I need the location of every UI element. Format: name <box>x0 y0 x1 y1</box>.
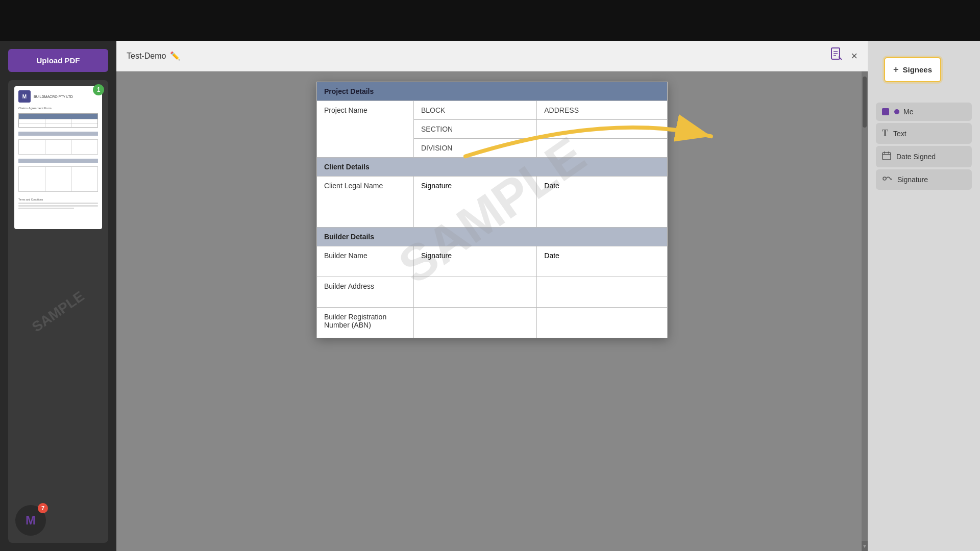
toolbar-right: × <box>830 47 857 65</box>
me-square-icon <box>882 108 889 115</box>
builder-row: Builder Name Signature Date <box>317 246 668 277</box>
main-area: Upload PDF 1 M BUILDMACRO PTY LTD Claims… <box>0 41 980 551</box>
project-details-header-row: Project Details <box>317 82 668 101</box>
client-legal-name-label: Client Legal Name <box>317 177 414 228</box>
svg-point-9 <box>883 177 886 180</box>
signature-label: Signature <box>897 176 928 184</box>
sidebar-item-signature[interactable]: Signature <box>876 169 972 190</box>
client-row: Client Legal Name Signature Date <box>317 177 668 228</box>
thumbnail-page: M BUILDMACRO PTY LTD Claims Agreement Fo… <box>14 86 102 229</box>
document-icon[interactable] <box>830 47 843 65</box>
builder-details-header-row: Builder Details <box>317 228 668 246</box>
project-name: Test-Demo ✏️ <box>127 51 180 61</box>
sidebar-item-text[interactable]: T Text <box>876 123 972 144</box>
builder-abn-sig-cell <box>414 308 537 338</box>
thumbnail-container: 1 M BUILDMACRO PTY LTD Claims Agreement … <box>8 80 108 543</box>
block-value: BLOCK <box>414 101 537 120</box>
scrollbar-thumb[interactable] <box>863 77 867 128</box>
thumb-header: M BUILDMACRO PTY LTD <box>18 90 98 103</box>
builder-address-label: Builder Address <box>317 277 414 308</box>
address-value: ADDRESS <box>537 101 668 120</box>
scroll-down-indicator[interactable]: ▼ <box>862 541 868 551</box>
builder-abn-date-cell <box>537 308 668 338</box>
me-label-group: Me <box>894 108 913 116</box>
builder-abn-row: Builder Registration Number (ABN) <box>317 308 668 338</box>
sidebar-item-me[interactable]: Me <box>876 103 972 121</box>
bottom-avatar[interactable]: M 7 <box>15 505 46 536</box>
sidebar-item-date-signed[interactable]: Date Signed <box>876 146 972 167</box>
project-details-header: Project Details <box>317 82 668 101</box>
client-signature-cell: Signature <box>414 177 537 228</box>
thumbnail-watermark: SAMPLE <box>29 288 87 335</box>
me-label: Me <box>903 108 913 116</box>
avatar-circle: M 7 <box>15 505 46 536</box>
signature-icon <box>882 174 892 185</box>
signees-plus-icon: + <box>893 64 899 75</box>
builder-address-date-cell <box>537 277 668 308</box>
upload-pdf-button[interactable]: Upload PDF <box>8 49 108 72</box>
builder-signature-cell: Signature <box>414 246 537 277</box>
document-table: Project Details Project Name BLOCK ADDRE… <box>316 82 668 338</box>
scrollbar-track[interactable]: ▼ <box>862 71 868 551</box>
left-sidebar: Upload PDF 1 M BUILDMACRO PTY LTD Claims… <box>0 41 116 551</box>
project-name-row: Project Name BLOCK ADDRESS <box>317 101 668 120</box>
text-label: Text <box>893 130 906 138</box>
thumb-title: Claims Agreement Form <box>18 107 98 110</box>
svg-rect-5 <box>883 153 891 160</box>
address-cell-3 <box>537 139 668 158</box>
thumb-company: BUILDMACRO PTY LTD <box>34 95 73 98</box>
right-sidebar-top: + Signees <box>868 41 980 98</box>
toolbar-area: Test-Demo ✏️ × <box>116 41 868 71</box>
close-button[interactable]: × <box>851 49 857 63</box>
section-value: SECTION <box>414 120 537 139</box>
center-area: Test-Demo ✏️ × SAM <box>116 41 868 551</box>
right-sidebar: + Signees Me T Text <box>868 41 980 551</box>
avatar-letter: M <box>26 513 36 528</box>
client-date-cell: Date <box>537 177 668 228</box>
project-name-text: Test-Demo <box>127 52 166 61</box>
thumbnail-badge: 1 <box>93 84 104 95</box>
calendar-icon <box>882 151 891 162</box>
date-signed-label: Date Signed <box>896 153 936 161</box>
builder-name-label: Builder Name <box>317 246 414 277</box>
project-name-label: Project Name <box>317 101 414 158</box>
builder-address-sig-cell <box>414 277 537 308</box>
pdf-viewer[interactable]: SAMPLE Project Details Project Name BLOC… <box>116 71 868 551</box>
division-value: DIVISION <box>414 139 537 158</box>
avatar-notification-badge: 7 <box>38 503 48 513</box>
builder-details-header: Builder Details <box>317 228 668 246</box>
client-details-header: Client Details <box>317 158 668 177</box>
signees-button[interactable]: + Signees <box>884 57 941 82</box>
pdf-page: SAMPLE Project Details Project Name BLOC… <box>316 82 668 338</box>
sidebar-items: Me T Text Date Signed <box>868 98 980 194</box>
builder-date-cell: Date <box>537 246 668 277</box>
builder-registration-label: Builder Registration Number (ABN) <box>317 308 414 338</box>
address-cell-2 <box>537 120 668 139</box>
text-icon: T <box>882 128 888 139</box>
thumb-logo: M <box>18 90 31 103</box>
signees-label: Signees <box>903 65 933 74</box>
client-details-header-row: Client Details <box>317 158 668 177</box>
top-bar <box>0 0 980 41</box>
me-dot-icon <box>894 109 899 114</box>
builder-address-row: Builder Address <box>317 277 668 308</box>
edit-icon[interactable]: ✏️ <box>170 51 180 61</box>
